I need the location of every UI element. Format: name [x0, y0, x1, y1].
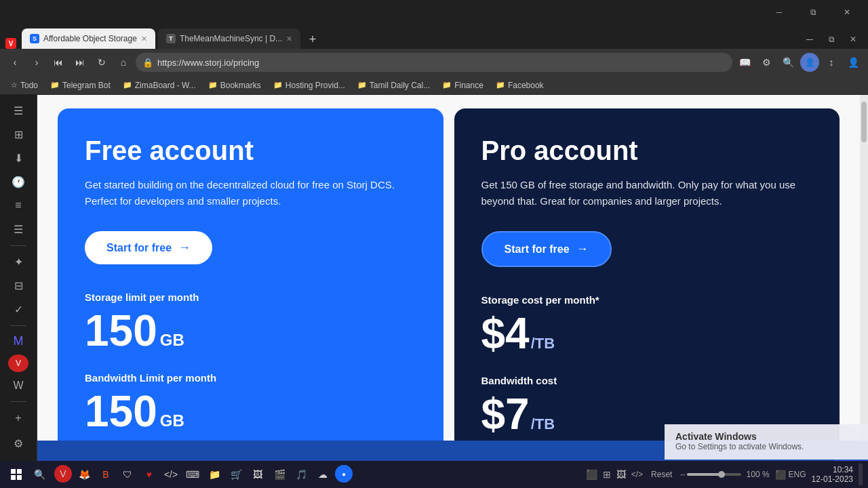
svg-rect-3: [17, 475, 22, 480]
skip-back-button[interactable]: ⏮: [49, 53, 68, 72]
tab-1[interactable]: S Affordable Object Storage ✕: [22, 28, 155, 49]
restore-icon[interactable]: ⧉: [822, 30, 841, 49]
pro-start-button[interactable]: Start for free →: [481, 231, 612, 267]
taskbar-screen-icon[interactable]: ⬛: [586, 469, 597, 480]
bookmark-hosting[interactable]: 📁 Hosting Provid...: [268, 79, 351, 92]
sidebar-item-ai[interactable]: ✦: [6, 251, 31, 272]
taskbar-code[interactable]: </>: [161, 465, 180, 484]
bookmark-telegram-label: Telegram Bot: [62, 81, 111, 90]
sidebar-item-menu[interactable]: ☰: [6, 100, 31, 121]
activate-description: Go to Settings to activate Windows.: [675, 442, 857, 451]
sidebar-item-mastodon[interactable]: M: [6, 331, 31, 352]
close-btn[interactable]: ✕: [831, 3, 863, 22]
profile2-icon[interactable]: 👤: [844, 53, 863, 72]
bookmark-todo[interactable]: ☆ Todo: [5, 79, 43, 92]
home-button[interactable]: ⌂: [114, 53, 133, 72]
pro-storage-section: Storage cost per month* $4 /TB: [481, 294, 813, 359]
tab-1-title: Affordable Object Storage: [43, 34, 137, 43]
pro-bandwidth-label: Bandwidth cost: [481, 375, 813, 386]
extensions-icon[interactable]: ⚙: [757, 53, 776, 72]
sidebar-item-add[interactable]: +: [6, 407, 31, 428]
taskbar-photos[interactable]: 🖼: [248, 465, 267, 484]
taskbar-circle[interactable]: ●: [335, 465, 353, 483]
bookmark-zima[interactable]: 📁 ZimaBoard - W...: [117, 79, 201, 92]
taskbar-vivaldi[interactable]: V: [54, 465, 72, 483]
time-display: 10:34: [812, 465, 853, 474]
tab-1-close[interactable]: ✕: [141, 35, 147, 43]
date-display: 12-01-2023: [812, 474, 853, 484]
restore-btn[interactable]: ⧉: [797, 3, 829, 22]
taskbar-shield[interactable]: 🛡: [118, 465, 137, 484]
sidebar-item-tabs[interactable]: ⊟: [6, 275, 31, 296]
profile-icon[interactable]: 👤: [800, 53, 819, 72]
address-bar[interactable]: 🔒 https://www.storj.io/pricing: [136, 53, 732, 72]
minimize-icon[interactable]: ─: [800, 30, 819, 49]
taskbar-window-icon[interactable]: ⊞: [603, 469, 611, 480]
title-bar: ─ ⧉ ✕: [0, 0, 868, 24]
taskbar-time: 10:34 12-01-2023: [812, 465, 853, 484]
bookmark-finance[interactable]: 📁 Finance: [437, 79, 489, 92]
bookmark-tamil[interactable]: 📁 Tamil Daily Cal...: [352, 79, 435, 92]
nav-icons: 📖 ⚙ 🔍 👤 ↕ 👤: [735, 53, 863, 72]
taskbar-video[interactable]: 🎬: [270, 465, 289, 484]
sidebar-item-notes[interactable]: ≡: [6, 195, 31, 216]
forward-button[interactable]: ›: [27, 53, 46, 72]
bookmark-bookmarks[interactable]: 📁 Bookmarks: [203, 79, 267, 92]
zoom-slider[interactable]: ─: [680, 471, 741, 479]
taskbar-store[interactable]: 🛒: [226, 465, 245, 484]
taskbar-brave[interactable]: B: [96, 465, 115, 484]
svg-rect-0: [11, 469, 16, 474]
tab-2[interactable]: T TheMeanMachineSync | D... ✕: [158, 28, 300, 49]
taskbar-terminal[interactable]: ⌨: [183, 465, 202, 484]
skip-forward-button[interactable]: ⏭: [71, 53, 90, 72]
free-bandwidth-section: Bandwidth Limit per month 150 GB: [85, 372, 416, 436]
taskbar-heart[interactable]: ♥: [140, 465, 159, 484]
new-tab-button[interactable]: +: [303, 30, 322, 49]
start-button[interactable]: [5, 464, 27, 485]
scrollbar-thumb[interactable]: [861, 102, 867, 142]
free-start-button[interactable]: Start for free →: [85, 231, 212, 264]
pro-storage-price: $4: [481, 308, 530, 359]
taskbar-files[interactable]: 📁: [205, 465, 224, 484]
bookmark-finance-icon: 📁: [442, 81, 452, 89]
taskbar-image-icon[interactable]: 🖼: [616, 469, 626, 480]
reload-button[interactable]: ↻: [92, 53, 111, 72]
sidebar-item-history[interactable]: 🕐: [6, 171, 31, 192]
tab-2-close[interactable]: ✕: [286, 35, 292, 43]
minimize-btn[interactable]: ─: [764, 3, 795, 22]
url-text: https://www.storj.io/pricing: [157, 58, 726, 68]
sidebar-item-wikipedia[interactable]: W: [6, 375, 31, 396]
bookmark-facebook-label: Facebook: [508, 81, 544, 90]
free-storage-section: Storage limit per month 150 GB: [85, 291, 416, 356]
taskbar-cloud[interactable]: ☁: [313, 465, 332, 484]
taskbar-firefox[interactable]: 🦊: [75, 465, 94, 484]
taskbar-music[interactable]: 🎵: [292, 465, 311, 484]
zoom-reset-label[interactable]: Reset: [648, 470, 675, 479]
pro-account-title: Pro account: [481, 136, 813, 166]
sidebar-item-check[interactable]: ✓: [6, 299, 31, 320]
sidebar-settings[interactable]: ⚙: [6, 431, 31, 455]
taskbar-app-icons: V 🦊 B 🛡 ♥ </> ⌨ 📁 🛒 🖼 🎬 🎵 ☁ ●: [54, 465, 353, 484]
sidebar-item-download[interactable]: ⬇: [6, 148, 31, 169]
sync-icon[interactable]: ↕: [822, 53, 841, 72]
sidebar-item-reader[interactable]: ☰: [6, 219, 31, 240]
reader-icon[interactable]: 📖: [735, 53, 754, 72]
sidebar-settings-icon[interactable]: ⚙: [6, 431, 31, 455]
bookmarks-bar: ☆ Todo 📁 Telegram Bot 📁 ZimaBoard - W...…: [0, 76, 868, 95]
bookmark-zima-label: ZimaBoard - W...: [135, 81, 196, 90]
page-scrollbar[interactable]: [860, 95, 868, 447]
sidebar-item-grid[interactable]: ⊞: [6, 124, 31, 145]
sidebar-item-vivaldi[interactable]: V: [8, 354, 28, 372]
notification-area[interactable]: [859, 464, 863, 485]
taskbar-dev-icon[interactable]: </>: [631, 470, 643, 479]
bookmark-telegram[interactable]: 📁 Telegram Bot: [45, 79, 116, 92]
bookmark-facebook[interactable]: 📁 Facebook: [490, 79, 549, 92]
bookmark-bookmarks-label: Bookmarks: [220, 81, 261, 90]
bookmark-finance-label: Finance: [454, 81, 484, 90]
close-icon[interactable]: ✕: [844, 30, 863, 49]
back-button[interactable]: ‹: [5, 53, 24, 72]
taskbar-search[interactable]: 🔍: [30, 465, 49, 484]
search-icon[interactable]: 🔍: [778, 53, 797, 72]
bookmark-hosting-icon: 📁: [273, 81, 283, 89]
taskbar-monitor-icon[interactable]: ⬛: [775, 470, 786, 480]
